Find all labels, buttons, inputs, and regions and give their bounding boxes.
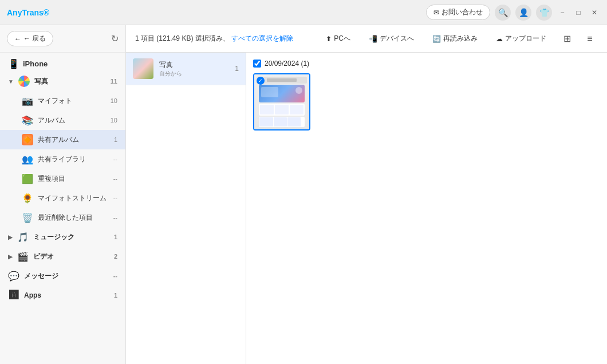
title-bar: AnyTrans® ✉ お問い合わせ 🔍 👤 👕 − □ ✕ — [0, 0, 607, 25]
apps-count: 1 — [114, 292, 117, 299]
reload-button[interactable]: 🔄 再読み込み — [427, 31, 483, 46]
close-button[interactable]: ✕ — [589, 7, 600, 18]
music-toggle-icon: ▶ — [8, 234, 13, 240]
to-pc-button[interactable]: ⬆ PCへ — [320, 31, 356, 46]
app-registered: ® — [44, 8, 49, 17]
device-name: iPhone — [23, 60, 48, 68]
sidebar-item-shared-album[interactable]: 🔶 共有アルバム 1 — [0, 130, 125, 149]
date-group-checkbox[interactable] — [253, 60, 261, 68]
album-list: 写真 自分から 1 — [126, 53, 246, 364]
app-name-text: AnyTrans — [7, 8, 44, 17]
photo-selected-indicator: ✓ — [257, 77, 265, 85]
list-view-button[interactable]: ≡ — [582, 31, 598, 47]
gallery-panel: 写真 自分から 1 20/09/2024 (1) — [126, 53, 607, 364]
refresh-button[interactable]: ↻ — [111, 33, 119, 44]
upload-icon: ☁ — [496, 35, 503, 43]
back-button[interactable]: ← ← 戻る — [7, 31, 53, 46]
date-group-header: 20/09/2024 (1) — [253, 60, 600, 68]
duplicates-icon: 🟩 — [22, 173, 33, 184]
app-name: AnyTrans® — [7, 8, 49, 17]
photostream-label: マイフォトストリーム — [38, 193, 109, 203]
grid-view-button[interactable]: ⊞ — [559, 31, 575, 47]
sidebar-item-photos[interactable]: ▼ 写真 11 — [0, 72, 125, 91]
photo-grid: ✓ — [253, 73, 600, 130]
sidebar-item-shared-library[interactable]: 👥 共有ライブラリ -- — [0, 149, 125, 169]
upload-button[interactable]: ☁ アップロード — [490, 31, 552, 46]
sidebar-item-photostream[interactable]: 🌻 マイフォトストリーム -- — [0, 188, 125, 208]
content-area: 1 項目 (121.49 KB) 選択済み、 すべての選択を解除 ⬆ PCへ 📲… — [126, 25, 607, 364]
contact-button[interactable]: ✉ お問い合わせ — [426, 5, 490, 20]
date-group-label: 20/09/2024 (1) — [265, 60, 309, 68]
back-label: ← 戻る — [23, 34, 46, 43]
shared-library-count: -- — [113, 156, 117, 163]
album-count: 10 — [111, 117, 117, 124]
shared-album-icon: 🔶 — [22, 134, 33, 145]
apps-icon: 🅰 — [8, 290, 19, 301]
photostream-icon: 🌻 — [22, 192, 33, 204]
sidebar-item-my-photos[interactable]: 📷 マイフォト 10 — [0, 91, 125, 110]
video-toggle-icon: ▶ — [8, 254, 13, 260]
sidebar-item-recently-deleted[interactable]: 🗑️ 最近削除した項目 -- — [0, 208, 125, 227]
photos-label: 写真 — [34, 77, 106, 86]
album-item-jibun[interactable]: 写真 自分から 1 — [126, 53, 246, 85]
to-pc-label: PCへ — [334, 34, 350, 43]
mail-icon: ✉ — [433, 9, 439, 17]
shared-library-icon: 👥 — [22, 153, 33, 165]
my-photos-count: 10 — [111, 97, 117, 104]
toolbar: 1 項目 (121.49 KB) 選択済み、 すべての選択を解除 ⬆ PCへ 📲… — [126, 25, 607, 53]
upload-label: アップロード — [505, 34, 546, 43]
checkmark-icon: ✓ — [258, 78, 263, 84]
sidebar-item-video[interactable]: ▶ 🎬 ビデオ 2 — [0, 247, 125, 266]
messages-icon: 💬 — [8, 270, 19, 282]
album-item-count: 1 — [235, 65, 239, 73]
maximize-button[interactable]: □ — [573, 7, 584, 18]
reload-label: 再読み込み — [443, 34, 478, 43]
user-icon-btn[interactable]: 👤 — [515, 5, 531, 21]
shared-album-count: 1 — [114, 136, 117, 143]
album-thumbnail — [133, 58, 153, 79]
sidebar-item-apps[interactable]: 🅰 Apps 1 — [0, 286, 125, 305]
selection-text: 1 項目 (121.49 KB) 選択済み、 — [135, 34, 230, 42]
to-device-icon: 📲 — [369, 35, 377, 43]
device-section: 📱 iPhone — [0, 53, 125, 72]
duplicates-count: -- — [113, 175, 117, 182]
sidebar-item-music[interactable]: ▶ 🎵 ミュージック 1 — [0, 227, 125, 247]
deselect-link[interactable]: すべての選択を解除 — [231, 34, 293, 42]
toggle-icon: ▼ — [8, 78, 14, 85]
selection-info: 1 項目 (121.49 KB) 選択済み、 すべての選択を解除 — [135, 34, 313, 43]
recently-deleted-icon: 🗑️ — [22, 212, 33, 223]
recently-deleted-count: -- — [113, 214, 117, 221]
title-bar-left: AnyTrans® — [7, 8, 49, 17]
contact-label: お問い合わせ — [442, 7, 483, 17]
album-subtitle: 自分から — [159, 70, 229, 78]
search-icon-btn[interactable]: 🔍 — [495, 5, 511, 21]
sidebar: ← ← 戻る ↻ 📱 iPhone ▼ 写真 11 📷 マイフォト 10 📚 — [0, 25, 126, 364]
sidebar-item-album[interactable]: 📚 アルバム 10 — [0, 110, 125, 130]
album-icon: 📚 — [22, 114, 33, 126]
photos-icon — [18, 76, 30, 87]
theme-icon-btn[interactable]: 👕 — [536, 5, 552, 21]
video-label: ビデオ — [33, 252, 109, 262]
to-device-label: デバイスへ — [380, 34, 414, 43]
duplicates-label: 重複項目 — [38, 174, 109, 184]
shared-library-label: 共有ライブラリ — [38, 155, 109, 164]
photos-count: 11 — [111, 78, 117, 85]
music-count: 1 — [114, 234, 117, 240]
music-icon: 🎵 — [17, 231, 29, 243]
messages-label: メッセージ — [24, 271, 109, 281]
album-info: 写真 自分から — [159, 60, 229, 78]
to-device-button[interactable]: 📲 デバイスへ — [363, 31, 420, 46]
photo-item[interactable]: ✓ — [253, 73, 310, 130]
sidebar-item-messages[interactable]: 💬 メッセージ -- — [0, 266, 125, 286]
recently-deleted-label: 最近削除した項目 — [38, 213, 109, 223]
shared-album-label: 共有アルバム — [38, 135, 109, 145]
minimize-button[interactable]: − — [557, 7, 568, 18]
album-label: アルバム — [38, 116, 106, 125]
iphone-icon: 📱 — [8, 58, 19, 69]
title-bar-right: ✉ お問い合わせ 🔍 👤 👕 − □ ✕ — [426, 5, 600, 21]
photo-grid-panel: 20/09/2024 (1) — [246, 53, 607, 364]
sidebar-item-duplicates[interactable]: 🟩 重複項目 -- — [0, 169, 125, 188]
messages-count: -- — [113, 272, 117, 279]
video-icon: 🎬 — [17, 251, 29, 262]
back-arrow-icon: ← — [14, 35, 21, 43]
